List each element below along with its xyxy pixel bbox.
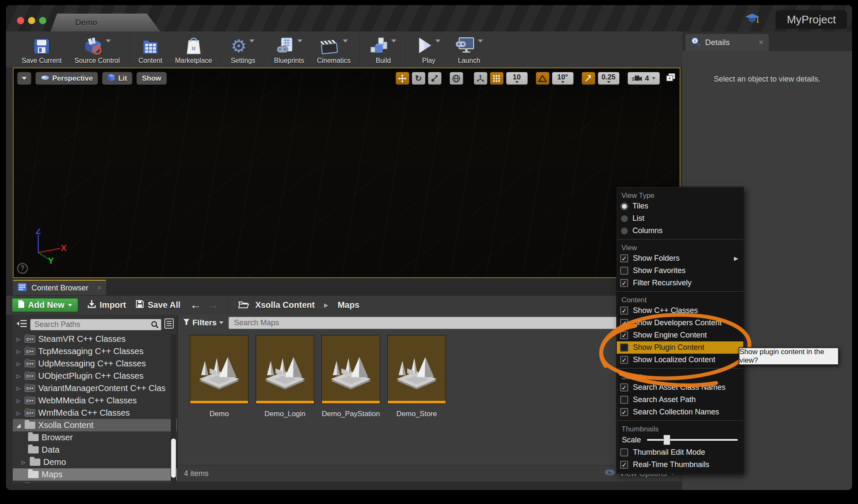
view-mode-button[interactable]: Lit xyxy=(102,72,133,85)
add-new-button[interactable]: Add New xyxy=(12,298,78,312)
close-window-button[interactable] xyxy=(17,17,24,24)
grid-snap-toggle-button[interactable] xyxy=(490,72,504,85)
search-assets-input[interactable] xyxy=(229,317,678,329)
minimize-window-button[interactable] xyxy=(28,17,35,24)
thumbnail-scale-slider[interactable] xyxy=(647,439,738,441)
tree-item[interactable]: ▷UObjectPlugin C++ Classes xyxy=(13,370,177,382)
menu-item-search-asset-class-names[interactable]: ✓Search Asset Class Names xyxy=(617,381,743,394)
rotate-tool-button[interactable]: ↻ xyxy=(412,72,426,85)
translate-tool-button[interactable] xyxy=(395,72,409,85)
help-icon[interactable]: ? xyxy=(17,263,28,274)
cinematics-dropdown[interactable] xyxy=(343,39,348,42)
asset-item[interactable]: Demo_Store xyxy=(387,335,446,418)
filters-button[interactable]: Filters xyxy=(183,318,223,327)
content-button[interactable]: Content xyxy=(132,31,169,68)
scale-snap-toggle-button[interactable] xyxy=(581,72,596,85)
menu-item-show-folders[interactable]: ✓Show Folders▶ xyxy=(617,252,743,265)
marketplace-button[interactable]: u Marketplace xyxy=(169,31,218,68)
back-button[interactable]: ← xyxy=(190,299,201,311)
tree-item[interactable]: ▷WebMMedia C++ Classes xyxy=(13,394,177,407)
tab-content-browser[interactable]: Content Browser ✕ xyxy=(13,280,106,295)
asset-thumbnail-level[interactable] xyxy=(322,335,380,404)
import-button[interactable]: Import xyxy=(87,300,126,310)
menu-item-show-favorites[interactable]: Show Favorites xyxy=(617,265,743,277)
expand-arrow-icon[interactable]: ▷ xyxy=(15,386,22,391)
launch-dropdown[interactable] xyxy=(478,39,483,42)
menu-item-show-cpp-classes[interactable]: ✓Show C++ Classes xyxy=(617,304,743,317)
play-button[interactable]: Play xyxy=(409,31,448,68)
expand-arrow-icon[interactable]: ▷ xyxy=(15,336,22,342)
world-local-toggle-button[interactable] xyxy=(449,72,463,85)
build-dropdown[interactable] xyxy=(391,39,396,42)
settings-button[interactable]: ⚙ Settings xyxy=(224,31,262,68)
menu-item-search-asset-path[interactable]: Search Asset Path xyxy=(617,394,743,406)
tree-item[interactable]: Browser xyxy=(13,431,177,444)
details-close-icon[interactable]: ✕ xyxy=(758,39,764,46)
build-button[interactable]: Build xyxy=(363,31,404,68)
asset-thumbnail-level[interactable] xyxy=(190,335,248,404)
tree-item[interactable]: ▷Demo xyxy=(13,456,177,468)
source-control-button[interactable]: Source Control xyxy=(68,31,126,68)
settings-dropdown[interactable] xyxy=(249,39,254,42)
save-current-button[interactable]: Save Current xyxy=(15,31,68,68)
surface-snapping-button[interactable] xyxy=(474,72,488,85)
zoom-window-button[interactable] xyxy=(39,17,46,24)
breadcrumb-current[interactable]: Maps xyxy=(338,300,359,310)
search-assets-box[interactable] xyxy=(229,317,678,329)
grid-snap-value-dropdown[interactable]: 10 xyxy=(506,72,528,85)
menu-item-list[interactable]: List xyxy=(617,212,743,225)
tree-item-xsolla-content[interactable]: ◢Xsolla Content xyxy=(13,419,177,431)
maximize-viewport-button[interactable] xyxy=(665,73,676,84)
tree-item[interactable]: ▷Xsolla C++ Classes xyxy=(13,481,177,483)
tree-item[interactable]: ▷SteamVR C++ Classes xyxy=(13,333,177,345)
save-all-button[interactable]: Save All xyxy=(135,300,181,310)
play-dropdown[interactable] xyxy=(435,39,440,42)
asset-item[interactable]: Demo_Login xyxy=(256,335,314,418)
scale-tool-button[interactable] xyxy=(428,72,442,85)
tree-item[interactable]: ▷UdpMessaging C++ Classes xyxy=(13,358,177,370)
expand-arrow-icon[interactable]: ▷ xyxy=(15,398,22,404)
tab-details[interactable]: i Details ✕ xyxy=(686,34,769,51)
expand-arrow-icon[interactable]: ▷ xyxy=(15,361,22,367)
menu-item-show-localized-content[interactable]: ✓Show Localized Content xyxy=(617,354,743,366)
asset-item[interactable]: Demo_PayStation xyxy=(322,335,380,418)
menu-item-real-time-thumbnails[interactable]: ✓Real-Time Thumbnails xyxy=(617,459,743,471)
expand-arrow-icon[interactable]: ▷ xyxy=(20,459,27,465)
tree-item-maps-selected[interactable]: Maps xyxy=(13,468,177,481)
cinematics-button[interactable]: Cinematics xyxy=(310,31,357,68)
camera-mode-button[interactable]: Perspective xyxy=(35,72,98,85)
menu-item-thumbnail-edit-mode[interactable]: Thumbnail Edit Mode xyxy=(617,446,743,459)
viewport-options-dropdown[interactable] xyxy=(17,72,31,85)
forward-button[interactable]: → xyxy=(207,299,219,311)
expand-arrow-icon[interactable]: ▷ xyxy=(15,373,22,379)
show-flags-button[interactable]: Show xyxy=(136,72,167,85)
asset-thumbnail-level[interactable] xyxy=(387,335,446,404)
menu-item-tiles[interactable]: Tiles xyxy=(617,200,743,212)
sources-toggle-icon[interactable] xyxy=(16,319,27,330)
menu-item-show-plugin-content[interactable]: ✓Show Plugin Content xyxy=(617,341,743,354)
menu-item-search-collection-names[interactable]: ✓Search Collection Names xyxy=(617,406,743,418)
content-browser-close-icon[interactable]: ✕ xyxy=(97,284,102,291)
slider-handle[interactable] xyxy=(663,435,670,445)
tree-item[interactable]: ▷WmfMedia C++ Classes xyxy=(13,407,177,419)
blueprints-button[interactable]: Blueprints xyxy=(268,31,310,68)
menu-item-columns[interactable]: Columns xyxy=(617,225,743,237)
list-view-icon[interactable] xyxy=(164,318,174,330)
menu-item-filter-recursively[interactable]: ✓Filter Recursively xyxy=(617,277,743,289)
tree-item[interactable]: Data xyxy=(13,444,177,456)
tree-scrollbar-thumb[interactable] xyxy=(171,439,176,478)
asset-item[interactable]: Demo xyxy=(190,335,248,418)
menu-item-show-engine-content[interactable]: ✓Show Engine Content xyxy=(617,329,743,341)
search-paths-box[interactable] xyxy=(30,319,161,330)
expand-arrow-icon[interactable]: ▷ xyxy=(15,410,22,416)
scale-snap-value-dropdown[interactable]: 0.25 xyxy=(598,72,620,85)
rotation-snap-value-dropdown[interactable]: 10° xyxy=(552,72,574,85)
source-control-dropdown[interactable] xyxy=(106,39,111,42)
tree-item[interactable]: ▷VariantManagerContent C++ Clas xyxy=(13,382,177,394)
search-paths-input[interactable] xyxy=(30,319,161,330)
rotation-snap-toggle-button[interactable] xyxy=(536,72,550,85)
expand-arrow-icon[interactable]: ▷ xyxy=(15,349,22,355)
menu-item-show-developers-content[interactable]: ✓Show Developers Content xyxy=(617,317,743,329)
launch-button[interactable]: Launch xyxy=(448,31,490,68)
camera-speed-dropdown[interactable]: 4 xyxy=(627,72,660,85)
